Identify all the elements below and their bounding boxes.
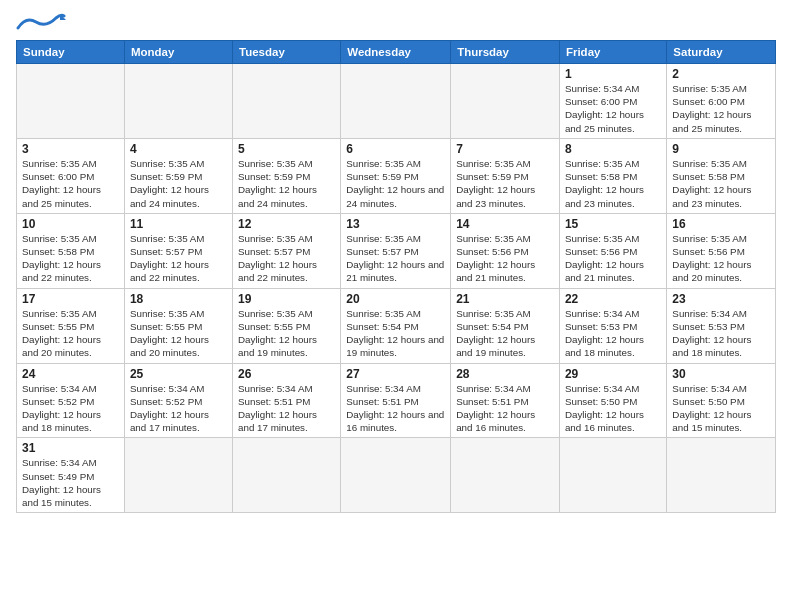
day-info: Sunrise: 5:34 AM Sunset: 5:53 PM Dayligh… bbox=[565, 307, 661, 360]
day-info: Sunrise: 5:34 AM Sunset: 5:50 PM Dayligh… bbox=[672, 382, 770, 435]
calendar-week-row: 1Sunrise: 5:34 AM Sunset: 6:00 PM Daylig… bbox=[17, 64, 776, 139]
day-info: Sunrise: 5:35 AM Sunset: 6:00 PM Dayligh… bbox=[672, 82, 770, 135]
calendar-day-cell: 1Sunrise: 5:34 AM Sunset: 6:00 PM Daylig… bbox=[559, 64, 666, 139]
day-number: 26 bbox=[238, 367, 335, 381]
day-info: Sunrise: 5:35 AM Sunset: 5:58 PM Dayligh… bbox=[672, 157, 770, 210]
day-number: 25 bbox=[130, 367, 227, 381]
day-number: 29 bbox=[565, 367, 661, 381]
day-number: 24 bbox=[22, 367, 119, 381]
day-info: Sunrise: 5:35 AM Sunset: 5:54 PM Dayligh… bbox=[346, 307, 445, 360]
day-number: 13 bbox=[346, 217, 445, 231]
calendar-day-cell: 5Sunrise: 5:35 AM Sunset: 5:59 PM Daylig… bbox=[233, 138, 341, 213]
calendar-week-row: 24Sunrise: 5:34 AM Sunset: 5:52 PM Dayli… bbox=[17, 363, 776, 438]
calendar-day-cell: 23Sunrise: 5:34 AM Sunset: 5:53 PM Dayli… bbox=[667, 288, 776, 363]
day-number: 12 bbox=[238, 217, 335, 231]
calendar-day-cell: 6Sunrise: 5:35 AM Sunset: 5:59 PM Daylig… bbox=[341, 138, 451, 213]
calendar-day-cell: 20Sunrise: 5:35 AM Sunset: 5:54 PM Dayli… bbox=[341, 288, 451, 363]
day-number: 1 bbox=[565, 67, 661, 81]
calendar-day-cell bbox=[559, 438, 666, 513]
day-number: 20 bbox=[346, 292, 445, 306]
day-number: 17 bbox=[22, 292, 119, 306]
calendar-day-cell: 29Sunrise: 5:34 AM Sunset: 5:50 PM Dayli… bbox=[559, 363, 666, 438]
col-tuesday: Tuesday bbox=[233, 41, 341, 64]
day-info: Sunrise: 5:34 AM Sunset: 5:52 PM Dayligh… bbox=[22, 382, 119, 435]
day-number: 18 bbox=[130, 292, 227, 306]
day-info: Sunrise: 5:35 AM Sunset: 5:57 PM Dayligh… bbox=[238, 232, 335, 285]
calendar-day-cell: 14Sunrise: 5:35 AM Sunset: 5:56 PM Dayli… bbox=[451, 213, 560, 288]
day-info: Sunrise: 5:34 AM Sunset: 5:53 PM Dayligh… bbox=[672, 307, 770, 360]
calendar-day-cell: 3Sunrise: 5:35 AM Sunset: 6:00 PM Daylig… bbox=[17, 138, 125, 213]
day-info: Sunrise: 5:35 AM Sunset: 5:54 PM Dayligh… bbox=[456, 307, 554, 360]
header bbox=[16, 12, 776, 34]
calendar-day-cell: 4Sunrise: 5:35 AM Sunset: 5:59 PM Daylig… bbox=[124, 138, 232, 213]
calendar-day-cell: 25Sunrise: 5:34 AM Sunset: 5:52 PM Dayli… bbox=[124, 363, 232, 438]
day-number: 22 bbox=[565, 292, 661, 306]
calendar-day-cell: 13Sunrise: 5:35 AM Sunset: 5:57 PM Dayli… bbox=[341, 213, 451, 288]
day-info: Sunrise: 5:35 AM Sunset: 5:55 PM Dayligh… bbox=[238, 307, 335, 360]
day-number: 19 bbox=[238, 292, 335, 306]
day-info: Sunrise: 5:35 AM Sunset: 5:59 PM Dayligh… bbox=[238, 157, 335, 210]
calendar-day-cell: 26Sunrise: 5:34 AM Sunset: 5:51 PM Dayli… bbox=[233, 363, 341, 438]
calendar-day-cell bbox=[233, 438, 341, 513]
day-number: 16 bbox=[672, 217, 770, 231]
col-saturday: Saturday bbox=[667, 41, 776, 64]
day-info: Sunrise: 5:35 AM Sunset: 5:58 PM Dayligh… bbox=[565, 157, 661, 210]
day-info: Sunrise: 5:35 AM Sunset: 5:58 PM Dayligh… bbox=[22, 232, 119, 285]
calendar-day-cell: 22Sunrise: 5:34 AM Sunset: 5:53 PM Dayli… bbox=[559, 288, 666, 363]
day-number: 30 bbox=[672, 367, 770, 381]
calendar-day-cell: 9Sunrise: 5:35 AM Sunset: 5:58 PM Daylig… bbox=[667, 138, 776, 213]
calendar-week-row: 31Sunrise: 5:34 AM Sunset: 5:49 PM Dayli… bbox=[17, 438, 776, 513]
day-number: 31 bbox=[22, 441, 119, 455]
col-thursday: Thursday bbox=[451, 41, 560, 64]
day-info: Sunrise: 5:34 AM Sunset: 5:51 PM Dayligh… bbox=[346, 382, 445, 435]
calendar-day-cell: 7Sunrise: 5:35 AM Sunset: 5:59 PM Daylig… bbox=[451, 138, 560, 213]
logo-wave-icon bbox=[16, 12, 66, 34]
day-info: Sunrise: 5:35 AM Sunset: 5:59 PM Dayligh… bbox=[456, 157, 554, 210]
calendar-day-cell bbox=[451, 438, 560, 513]
calendar-day-cell: 30Sunrise: 5:34 AM Sunset: 5:50 PM Dayli… bbox=[667, 363, 776, 438]
day-info: Sunrise: 5:34 AM Sunset: 5:51 PM Dayligh… bbox=[456, 382, 554, 435]
calendar-day-cell bbox=[451, 64, 560, 139]
day-info: Sunrise: 5:35 AM Sunset: 5:59 PM Dayligh… bbox=[130, 157, 227, 210]
logo bbox=[16, 12, 66, 34]
day-info: Sunrise: 5:35 AM Sunset: 5:55 PM Dayligh… bbox=[22, 307, 119, 360]
day-number: 4 bbox=[130, 142, 227, 156]
day-info: Sunrise: 5:35 AM Sunset: 5:56 PM Dayligh… bbox=[672, 232, 770, 285]
calendar-day-cell: 15Sunrise: 5:35 AM Sunset: 5:56 PM Dayli… bbox=[559, 213, 666, 288]
day-number: 2 bbox=[672, 67, 770, 81]
calendar-day-cell: 16Sunrise: 5:35 AM Sunset: 5:56 PM Dayli… bbox=[667, 213, 776, 288]
calendar-day-cell bbox=[233, 64, 341, 139]
day-info: Sunrise: 5:35 AM Sunset: 6:00 PM Dayligh… bbox=[22, 157, 119, 210]
day-info: Sunrise: 5:34 AM Sunset: 5:52 PM Dayligh… bbox=[130, 382, 227, 435]
day-number: 28 bbox=[456, 367, 554, 381]
calendar-day-cell: 21Sunrise: 5:35 AM Sunset: 5:54 PM Dayli… bbox=[451, 288, 560, 363]
col-wednesday: Wednesday bbox=[341, 41, 451, 64]
calendar-day-cell bbox=[124, 64, 232, 139]
day-number: 23 bbox=[672, 292, 770, 306]
day-number: 6 bbox=[346, 142, 445, 156]
day-info: Sunrise: 5:35 AM Sunset: 5:55 PM Dayligh… bbox=[130, 307, 227, 360]
calendar-day-cell bbox=[667, 438, 776, 513]
col-sunday: Sunday bbox=[17, 41, 125, 64]
day-info: Sunrise: 5:35 AM Sunset: 5:56 PM Dayligh… bbox=[565, 232, 661, 285]
day-number: 3 bbox=[22, 142, 119, 156]
calendar-day-cell: 18Sunrise: 5:35 AM Sunset: 5:55 PM Dayli… bbox=[124, 288, 232, 363]
day-info: Sunrise: 5:35 AM Sunset: 5:57 PM Dayligh… bbox=[130, 232, 227, 285]
day-number: 9 bbox=[672, 142, 770, 156]
calendar-day-cell: 24Sunrise: 5:34 AM Sunset: 5:52 PM Dayli… bbox=[17, 363, 125, 438]
col-monday: Monday bbox=[124, 41, 232, 64]
col-friday: Friday bbox=[559, 41, 666, 64]
day-number: 7 bbox=[456, 142, 554, 156]
calendar-day-cell: 17Sunrise: 5:35 AM Sunset: 5:55 PM Dayli… bbox=[17, 288, 125, 363]
calendar-day-cell: 8Sunrise: 5:35 AM Sunset: 5:58 PM Daylig… bbox=[559, 138, 666, 213]
day-number: 27 bbox=[346, 367, 445, 381]
calendar-day-cell: 10Sunrise: 5:35 AM Sunset: 5:58 PM Dayli… bbox=[17, 213, 125, 288]
day-number: 15 bbox=[565, 217, 661, 231]
calendar-day-cell: 11Sunrise: 5:35 AM Sunset: 5:57 PM Dayli… bbox=[124, 213, 232, 288]
calendar-day-cell bbox=[341, 64, 451, 139]
calendar-week-row: 10Sunrise: 5:35 AM Sunset: 5:58 PM Dayli… bbox=[17, 213, 776, 288]
calendar-day-cell: 27Sunrise: 5:34 AM Sunset: 5:51 PM Dayli… bbox=[341, 363, 451, 438]
calendar-day-cell: 2Sunrise: 5:35 AM Sunset: 6:00 PM Daylig… bbox=[667, 64, 776, 139]
calendar-day-cell bbox=[124, 438, 232, 513]
day-info: Sunrise: 5:34 AM Sunset: 6:00 PM Dayligh… bbox=[565, 82, 661, 135]
